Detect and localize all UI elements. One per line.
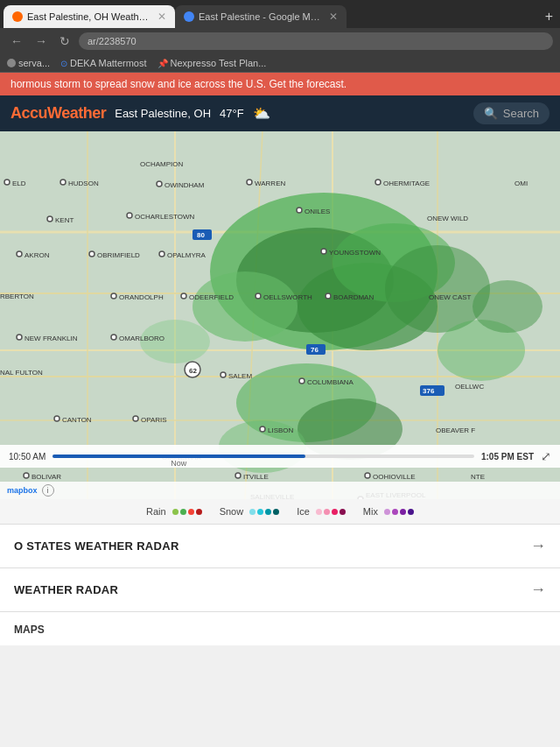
expand-icon[interactable]: ⤢ [541, 449, 551, 463]
info-icon[interactable]: i [42, 484, 54, 497]
weather-radar-title: WEATHER RADAR [14, 583, 118, 596]
svg-text:YOUNGSTOWN: YOUNGSTOWN [329, 249, 381, 257]
weather-radar-row[interactable]: WEATHER RADAR → [0, 567, 560, 611]
back-button[interactable]: ← [7, 32, 26, 50]
svg-text:OPARIS: OPARIS [141, 416, 167, 424]
map-container[interactable]: ELD HUDSON OWINDHAM WARREN OHERMITAGE OM… [0, 131, 560, 499]
states-radar-title: O STATES WEATHER RADAR [14, 539, 179, 553]
timeline-start-time: 10:50 AM [9, 452, 46, 462]
svg-text:OMI: OMI [514, 180, 528, 187]
svg-text:NTE: NTE [471, 473, 485, 481]
svg-point-35 [47, 216, 52, 222]
tab-maps[interactable]: East Palestine - Google Maps ✕ [175, 5, 346, 28]
ice-dot-2 [324, 509, 330, 515]
svg-text:KENT: KENT [55, 216, 74, 224]
svg-text:76: 76 [311, 346, 318, 354]
tab-close-maps[interactable]: ✕ [329, 11, 338, 23]
legend-mix: Mix [363, 506, 414, 517]
location-label: East Palestine, OH [115, 107, 211, 120]
legend-ice-dots [316, 509, 346, 515]
svg-text:OELLWC: OELLWC [455, 383, 484, 391]
svg-text:376: 376 [423, 387, 435, 395]
tab-close-weather[interactable]: ✕ [158, 11, 166, 23]
svg-point-86 [24, 473, 29, 478]
svg-text:OCHAMPION: OCHAMPION [140, 160, 184, 168]
legend-snow-label: Snow [220, 506, 244, 517]
timeline-slider-container[interactable]: Now [52, 455, 474, 458]
tab-favicon-maps [184, 11, 194, 22]
svg-point-48 [321, 249, 326, 254]
address-bar[interactable]: ar/2238570 [79, 32, 553, 50]
maps-label: MAPS [14, 624, 45, 636]
svg-text:ITVILLE: ITVILLE [243, 473, 269, 481]
snow-dot-2 [257, 509, 263, 515]
rain-dot-3 [188, 509, 194, 515]
mix-dot-4 [408, 509, 414, 515]
legend-snow-dots [249, 509, 279, 515]
states-weather-radar-row[interactable]: O STATES WEATHER RADAR → [0, 524, 560, 567]
mapbox-logo: mapbox [7, 486, 38, 495]
svg-point-25 [60, 180, 66, 185]
bookmark-icon-nexpresso: 📌 [158, 59, 168, 68]
svg-point-39 [297, 208, 302, 213]
svg-text:SALEM: SALEM [228, 372, 252, 380]
svg-text:OCHARLESTOWN: OCHARLESTOWN [135, 213, 195, 221]
accu-header: AccuWeather East Palestine, OH 47°F ⛅ 🔍 … [0, 95, 560, 131]
svg-point-29 [247, 180, 252, 185]
tab-weather[interactable]: East Palestine, OH Weather Rada... ✕ [4, 5, 175, 28]
svg-point-64 [17, 335, 22, 340]
rain-dot-2 [180, 509, 186, 515]
bookmarks-bar: serva... ⊙ DEKA Mattermost 📌 Nexpresso T… [0, 54, 560, 73]
search-bar[interactable]: 🔍 Search [473, 102, 550, 124]
svg-text:ODEERFIELD: ODEERFIELD [189, 293, 234, 301]
svg-point-22 [472, 280, 542, 333]
svg-point-55 [181, 293, 186, 299]
ice-dot-4 [340, 509, 346, 515]
alert-banner[interactable]: hormous storm to spread snow and ice acr… [0, 73, 560, 95]
bookmark-deka[interactable]: ⊙ DEKA Mattermost [60, 58, 146, 68]
svg-point-31 [375, 180, 381, 185]
svg-text:LISBON: LISBON [268, 426, 294, 434]
map-attribution: mapbox i [0, 482, 560, 499]
bookmark-label-deka: DEKA Mattermost [70, 58, 146, 68]
legend-rain-dots [172, 509, 202, 515]
svg-point-14 [192, 271, 298, 342]
svg-point-59 [326, 293, 331, 299]
bookmark-nexpresso[interactable]: 📌 Nexpresso Test Plan... [158, 58, 267, 68]
legend-mix-label: Mix [363, 506, 378, 517]
svg-point-90 [365, 473, 370, 478]
bookmark-serva[interactable]: serva... [7, 58, 50, 68]
reload-button[interactable]: ↻ [56, 32, 74, 50]
search-icon: 🔍 [484, 107, 498, 120]
address-text: ar/2238570 [88, 36, 136, 46]
svg-point-46 [159, 251, 164, 257]
svg-text:ONILES: ONILES [304, 208, 330, 215]
legend-ice-label: Ice [297, 506, 310, 517]
search-placeholder: Search [503, 107, 539, 120]
weather-icon: ⛅ [253, 105, 270, 122]
bookmark-icon-deka: ⊙ [60, 59, 67, 68]
svg-text:BOLIVAR: BOLIVAR [32, 473, 61, 481]
svg-point-27 [157, 181, 162, 187]
legend-bar: Rain Snow Ice Mix [0, 499, 560, 524]
browser-chrome: East Palestine, OH Weather Rada... ✕ Eas… [0, 0, 560, 73]
svg-point-44 [89, 251, 94, 257]
legend-mix-dots [384, 509, 414, 515]
new-tab-button[interactable]: + [538, 5, 560, 28]
svg-point-80 [133, 416, 138, 421]
svg-text:OBEAVER F: OBEAVER F [436, 426, 475, 434]
svg-text:OMARLBORO: OMARLBORO [119, 335, 164, 342]
bookmark-label-serva: serva... [18, 58, 50, 68]
svg-text:RBERTON: RBERTON [0, 292, 34, 300]
svg-text:OELLSWORTH: OELLSWORTH [263, 293, 312, 301]
svg-text:OWINDHAM: OWINDHAM [164, 181, 205, 189]
rain-dot-4 [196, 509, 202, 515]
forward-button[interactable]: → [32, 32, 51, 50]
legend-rain: Rain [146, 506, 202, 517]
svg-text:OHERMITAGE: OHERMITAGE [383, 180, 430, 187]
timeline-bar[interactable]: 10:50 AM Now 1:05 PM EST ⤢ [0, 445, 560, 468]
bookmark-label-nexpresso: Nexpresso Test Plan... [171, 58, 267, 68]
timeline-current-time: 1:05 PM EST [481, 452, 534, 462]
svg-text:COLUMBIANA: COLUMBIANA [307, 378, 354, 386]
svg-text:ONEW WILD: ONEW WILD [427, 215, 468, 222]
